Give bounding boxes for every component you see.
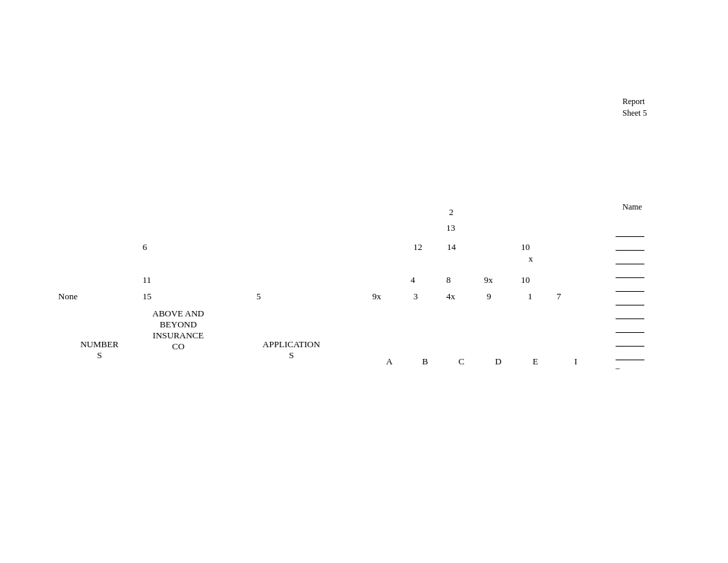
line-2 xyxy=(616,240,644,251)
line-9 xyxy=(616,336,644,347)
page: Report Sheet 5 Name – NUMBERS ABOVE ANDB… xyxy=(0,0,728,563)
line-10 xyxy=(616,349,644,360)
line-6 xyxy=(616,295,644,305)
col-applications-header: APPLICATIONS xyxy=(254,339,329,361)
cell-101-top: 10 xyxy=(521,275,530,286)
cell-9x-1: 9x xyxy=(372,291,381,302)
cell-x: x xyxy=(529,253,533,264)
cell-2: 2 xyxy=(449,207,454,218)
cell-8: 8 xyxy=(446,275,451,286)
report-sheet-label: Report Sheet 5 xyxy=(622,96,650,119)
cell-10x-top: 10 xyxy=(521,242,530,253)
line-1 xyxy=(616,226,644,237)
cell-11: 11 xyxy=(143,275,151,286)
line-5 xyxy=(616,281,644,292)
cell-4: 4 xyxy=(411,275,415,286)
line-7 xyxy=(616,308,644,319)
cell-4x: 4x xyxy=(446,291,455,302)
name-header: Name xyxy=(622,202,642,212)
col-b-header: B xyxy=(415,356,435,367)
line-dash: – xyxy=(616,363,644,373)
cell-14: 14 xyxy=(447,242,456,253)
line-8 xyxy=(616,322,644,333)
cell-7: 7 xyxy=(557,291,561,302)
cell-13: 13 xyxy=(446,223,455,234)
cell-none: None xyxy=(58,291,77,302)
col-insurance-header: ABOVE ANDBEYONDINSURANCECO xyxy=(134,308,223,352)
col-a-header: A xyxy=(379,356,400,367)
col-e-header: E xyxy=(525,356,546,367)
cell-15: 15 xyxy=(143,291,151,302)
name-lines: – xyxy=(616,226,644,373)
col-c-header: C xyxy=(451,356,472,367)
cell-5: 5 xyxy=(256,291,261,302)
line-3 xyxy=(616,253,644,264)
line-4 xyxy=(616,267,644,278)
cell-1: 1 xyxy=(528,291,533,302)
cell-6: 6 xyxy=(143,242,147,253)
cell-9: 9 xyxy=(487,291,492,302)
cell-12: 12 xyxy=(413,242,422,253)
cell-9x-2: 9x xyxy=(484,275,493,286)
col-d-header: D xyxy=(488,356,509,367)
cell-3: 3 xyxy=(413,291,418,302)
col-numbers-header: NUMBERS xyxy=(69,339,130,361)
col-i-header: I xyxy=(566,356,586,367)
